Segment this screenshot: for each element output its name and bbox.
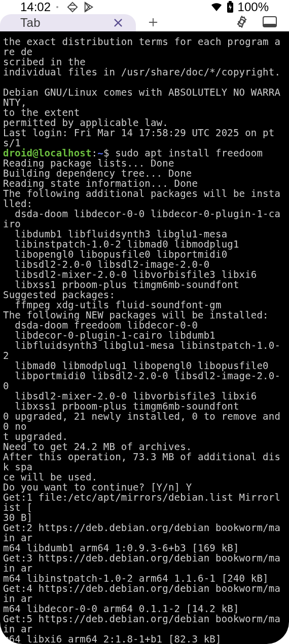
term-line: libsdl2-mixer-2.0-0 libvorbisfile3 libxi…: [3, 390, 257, 401]
svg-rect-2: [229, 1, 232, 3]
gear-icon[interactable]: [235, 15, 248, 30]
term-line: Get:2 https://deb.debian.org/debian book…: [3, 522, 280, 543]
prompt-sep: :: [92, 147, 98, 158]
term-line: Get:4 https://deb.debian.org/debian book…: [3, 583, 280, 604]
status-bar: 14:02 100%: [0, 0, 289, 14]
term-line: libportmidi0 libsdl2-2.0-0 libsdl2-image…: [3, 370, 280, 391]
prompt-tilde: ~: [97, 147, 103, 158]
play-store-icon: [83, 2, 94, 13]
term-line: m64 libdecor-0-0 arm64 0.1.1-2 [14.2 kB]: [3, 603, 239, 614]
term-line: Last login: Fri Mar 14 17:58:29 UTC 2025…: [3, 127, 274, 148]
term-line: libdecor-0-plugin-1-cairo libdumb1: [3, 330, 215, 341]
term-line: Do you want to continue? [Y/n] Y: [3, 481, 192, 493]
term-line: the exact distribution terms for each pr…: [3, 36, 280, 57]
term-line: Debian GNU/Linux comes with ABSOLUTELY N…: [3, 87, 280, 108]
term-command: sudo apt install freedoom: [115, 147, 263, 158]
term-line: t upgraded.: [3, 431, 68, 442]
terminal-output[interactable]: the exact distribution terms for each pr…: [0, 31, 289, 644]
term-line: Reading package lists... Done: [3, 157, 174, 169]
term-line: libsdl2-mixer-2.0-0 libvorbisfile3 libxi…: [3, 269, 257, 280]
term-line: dsda-doom libdecor-0-0 libdecor-0-plugin…: [3, 208, 280, 229]
term-line: Need to get 24.2 MB of archives.: [3, 441, 192, 452]
term-line: The following additional packages will b…: [3, 188, 280, 209]
term-line: Get:1 file:/etc/apt/mirrors/debian.list …: [3, 492, 280, 513]
term-line: m64 libinstpatch-1.0-2 arm64 1.1.6-1 [24…: [3, 573, 269, 584]
term-line: m64 libdumb1 arm64 1:0.9.3-6+b3 [169 kB]: [3, 542, 239, 553]
term-line: libsdl2-2.0-0 libsdl2-image-2.0-0: [3, 259, 209, 270]
new-tab-button[interactable]: [141, 14, 165, 31]
tab-bar: Tab: [0, 14, 289, 31]
term-line: Building dependency tree... Done: [3, 168, 192, 179]
term-line: libfluidsynth3 libglu1-mesa libinstpatch…: [3, 340, 280, 361]
term-line: Reading state information... Done: [3, 178, 198, 189]
diamond-icon: [67, 2, 78, 13]
svg-point-0: [56, 6, 58, 8]
term-line: Get:3 https://deb.debian.org/debian book…: [3, 552, 280, 574]
wifi-icon: [210, 1, 223, 13]
term-line: Suggested packages:: [3, 289, 115, 300]
tab-title: Tab: [20, 16, 41, 30]
term-line: The following NEW packages will be insta…: [3, 309, 269, 320]
term-line: After this operation, 73.3 MB of additio…: [3, 451, 280, 472]
term-line: ce will be used.: [3, 471, 97, 482]
term-line: m64 libxi6 arm64 2:1.8-1+b1 [82.3 kB]: [3, 633, 222, 644]
term-line: libmad0 libmodplug1 libopengl0 libopusfi…: [3, 360, 269, 371]
unknown-small-icon: [56, 4, 62, 10]
term-line: libinstpatch-1.0-2 libmad0 libmodplug1: [3, 238, 239, 250]
term-line: ffmpeg xdg-utils fluid-soundfont-gm: [3, 299, 222, 310]
term-line: Get:5 https://deb.debian.org/debian book…: [3, 613, 280, 634]
term-line: libopengl0 libopusfile0 libportmidi0: [3, 249, 227, 260]
term-line: to the extent: [3, 107, 80, 118]
term-line: dsda-doom freedoom libdecor-0-0: [3, 319, 198, 331]
term-line: individual files in /usr/share/doc/*/cop…: [3, 66, 280, 77]
svg-rect-4: [263, 24, 276, 27]
prompt-dollar: $: [103, 147, 115, 158]
term-line: libdumb1 libfluidsynth3 libglu1-mesa: [3, 228, 227, 239]
term-line: libxss1 prboom-plus timgm6mb-soundfont: [3, 400, 239, 412]
close-icon[interactable]: [113, 17, 124, 28]
term-line: 30 B]: [3, 512, 32, 523]
term-line: libxss1 prboom-plus timgm6mb-soundfont: [3, 279, 239, 290]
clock: 14:02: [20, 0, 51, 14]
battery-percent: 100%: [238, 0, 269, 14]
term-line: scribed in the: [3, 56, 86, 67]
prompt-user: droid@localhost: [3, 147, 92, 158]
battery-icon: [227, 1, 234, 13]
tab-active[interactable]: Tab: [0, 14, 136, 31]
sidebar-toggle-icon[interactable]: [263, 16, 277, 30]
term-line: permitted by applicable law.: [3, 117, 168, 128]
term-line: 0 upgraded, 21 newly installed, 0 to rem…: [3, 411, 286, 432]
